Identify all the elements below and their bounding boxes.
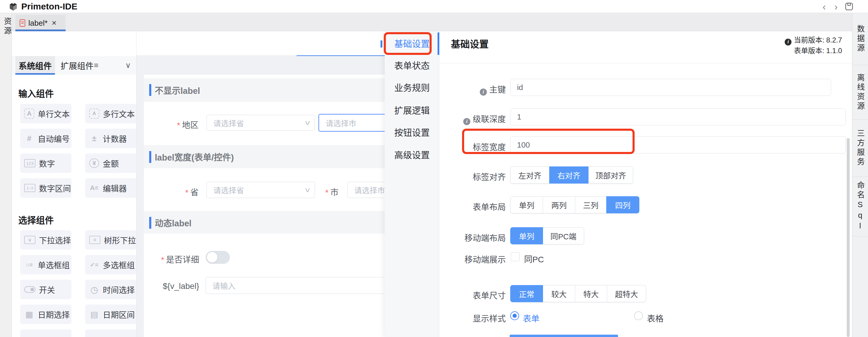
component-single-line-text[interactable]: A 单行文本 — [20, 104, 71, 123]
component-panel: 系统组件 扩展组件 ≡ ∨ 输入组件 A 单行文本 A 多行文本 # 自动编号 … — [12, 31, 136, 337]
component-number-range[interactable]: 1~3 数字区间 — [20, 178, 71, 198]
mobile-layout-segmented: 单列 同PC端 — [510, 227, 584, 244]
menu-item-button-settings[interactable]: 按钮设置 — [385, 127, 439, 138]
form-size-label: 表单尺寸 — [429, 289, 506, 301]
size-large[interactable]: 较大 — [543, 285, 575, 302]
right-rail: 数据源 离线资源 三方服务 命名Sql — [852, 13, 868, 337]
cascade-depth-input[interactable] — [510, 108, 846, 126]
form-version: 表单版本: 1.1.0 — [785, 45, 842, 56]
label-align-segmented: 左对齐 右对齐 顶部对齐 — [510, 166, 633, 183]
auto-number-icon: # — [24, 133, 34, 143]
menu-item-form-state[interactable]: 表单状态 — [385, 60, 439, 71]
nav-forward-icon[interactable]: › — [834, 1, 838, 12]
layout-two-col[interactable]: 两列 — [543, 196, 575, 213]
tab-system-components[interactable]: 系统组件 — [16, 56, 55, 75]
size-xxlarge[interactable]: 超特大 — [607, 285, 646, 302]
component-auto-number[interactable]: # 自动编号 — [20, 129, 71, 148]
radio-group-icon: ○≡ — [24, 260, 34, 270]
settings-scrollbar-thumb[interactable] — [847, 138, 850, 337]
component-multi-line-text[interactable]: A 多行文本 — [85, 104, 136, 123]
component-number[interactable]: 123 数字 — [20, 154, 71, 173]
form-layout-segmented: 单列 两列 三列 四列 — [510, 196, 639, 213]
primary-key-input[interactable] — [510, 79, 831, 96]
field-label-detail: *是否详细 — [148, 253, 199, 265]
editor-icon: A≡ — [89, 183, 99, 193]
detail-toggle-off[interactable] — [206, 251, 230, 264]
layout-four-col-active[interactable]: 四列 — [606, 196, 639, 213]
nav-back-icon[interactable]: ‹ — [823, 1, 826, 12]
active-tab-underline — [16, 30, 66, 31]
same-as-pc-checkbox[interactable] — [511, 252, 520, 261]
left-rail-item-resources[interactable]: 资源 — [2, 17, 13, 36]
checkbox-group-icon: ✓≡ — [89, 260, 99, 270]
component-switch[interactable]: 开关 — [20, 280, 71, 299]
align-left-option[interactable]: 左对齐 — [510, 166, 550, 183]
mobile-same-as-pc[interactable]: 同PC端 — [543, 227, 584, 244]
component-date-picker[interactable]: ▦ 日期选择 — [20, 305, 71, 324]
display-style-label: 显示样式 — [429, 312, 506, 324]
field-label-province: *省 — [174, 186, 198, 198]
region-province-select[interactable]: 请选择省 ∨ — [207, 115, 315, 131]
panel-collapse-chevron-icon[interactable]: ∨ — [125, 61, 131, 70]
editor-tab-title: label* — [28, 19, 48, 28]
partially-visible-control — [509, 335, 618, 337]
field-label-region: *地区 — [159, 119, 198, 130]
display-style-form-label: 表单 — [523, 312, 539, 324]
left-rail: 资源 — [0, 13, 12, 337]
right-rail-item-named-sql[interactable]: 命名Sql — [852, 177, 868, 236]
component-editor[interactable]: A≡ 编辑器 — [85, 178, 136, 198]
panel-tab-underline — [16, 73, 55, 75]
component-filter-icon[interactable]: ≡ — [94, 61, 98, 70]
required-asterisk: * — [161, 255, 164, 264]
size-normal-active[interactable]: 正常 — [510, 285, 543, 302]
number-icon: 123 — [24, 159, 35, 167]
primary-key-label: i主键 — [429, 83, 506, 96]
display-style-form-radio-selected[interactable] — [510, 311, 519, 320]
form-file-icon — [20, 19, 25, 27]
component-time-picker[interactable]: ◷ 时间选择 — [85, 280, 136, 299]
info-icon: i — [463, 118, 470, 125]
mobile-layout-label: 移动端布局 — [429, 232, 506, 243]
save-icon[interactable] — [845, 2, 853, 11]
current-version: 当前版本: 8.2.7 — [794, 36, 842, 44]
right-rail-item-data-source[interactable]: 数据源 — [852, 13, 868, 65]
align-right-option-active[interactable]: 右对齐 — [549, 166, 589, 183]
required-asterisk: * — [185, 188, 188, 197]
layout-three-col[interactable]: 三列 — [575, 196, 607, 213]
editor-tab-label[interactable]: label* × — [16, 15, 66, 31]
province-select[interactable]: 请选择省 ∨ — [207, 182, 315, 198]
tab-extended-components[interactable]: 扩展组件 — [58, 56, 96, 75]
display-style-table-radio[interactable] — [634, 311, 643, 320]
component-card-partial[interactable] — [85, 329, 136, 337]
app-title: Primeton-IDE — [21, 0, 78, 13]
size-xlarge[interactable]: 特大 — [575, 285, 607, 302]
component-card-partial[interactable] — [20, 329, 71, 337]
required-asterisk: * — [177, 121, 180, 130]
same-as-pc-checkbox-label: 同PC — [524, 253, 544, 265]
section-accent-bar — [149, 217, 151, 229]
date-range-icon: ▤ — [89, 309, 99, 319]
component-amount[interactable]: ¥ 金额 — [85, 154, 136, 173]
form-size-segmented: 正常 较大 特大 超特大 — [510, 285, 646, 302]
section-accent-bar — [149, 84, 151, 96]
tab-close-icon[interactable]: × — [52, 18, 56, 28]
counter-icon: ± — [89, 133, 99, 143]
editor-tabbar — [12, 13, 852, 31]
layout-one-col[interactable]: 单列 — [510, 196, 543, 213]
toggle-knob — [207, 252, 217, 263]
component-date-range[interactable]: ▤ 日期区间 — [85, 305, 136, 324]
component-tree-dropdown[interactable]: ≡ 树形下拉 — [85, 230, 136, 250]
info-icon: i — [480, 89, 487, 96]
mobile-one-col-active[interactable]: 单列 — [510, 227, 543, 244]
align-top-option[interactable]: 顶部对齐 — [588, 166, 633, 183]
section-accent-bar — [149, 151, 151, 163]
canvas-selection-top-border — [297, 55, 385, 56]
component-dropdown-select[interactable]: ∨ 下拉选择 — [20, 230, 71, 250]
chevron-down-icon: ∨ — [304, 186, 311, 194]
right-rail-item-offline-resources[interactable]: 离线资源 — [852, 65, 868, 120]
amount-icon: ¥ — [89, 159, 99, 168]
component-counter[interactable]: ± 计数器 — [85, 129, 136, 148]
component-radio-group[interactable]: ○≡ 单选框组 — [20, 255, 71, 274]
right-rail-item-third-party-services[interactable]: 三方服务 — [852, 120, 868, 177]
component-checkbox-group[interactable]: ✓≡ 多选框组 — [85, 255, 136, 274]
